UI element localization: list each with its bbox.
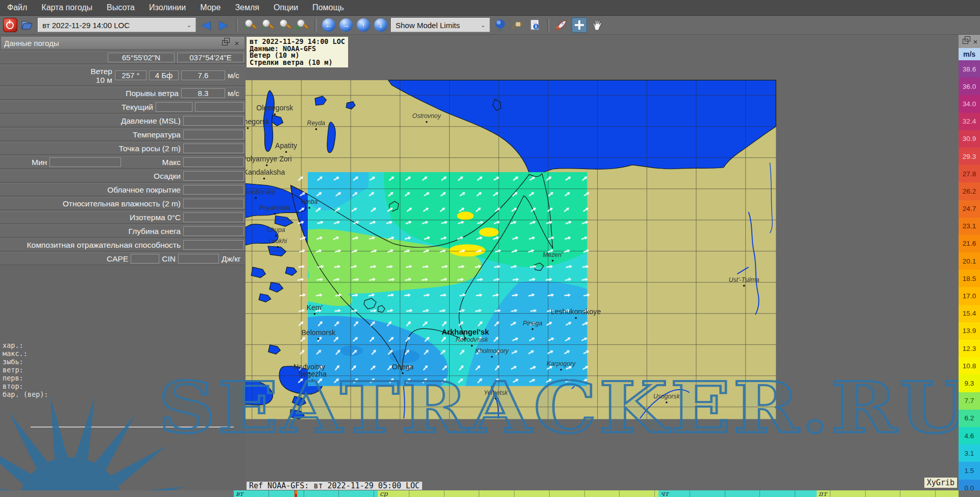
menu-item-изолинии[interactable]: Изолинии [142, 0, 193, 15]
scale-cell: 17.0 [959, 287, 980, 304]
grib-info-button[interactable]: i [528, 18, 542, 32]
timeline-tick [233, 490, 234, 497]
pan-right-button[interactable]: → [339, 18, 353, 32]
panel-titlebar[interactable]: Данные погоды × [1, 37, 244, 49]
menu-item-помощь[interactable]: Помощь [305, 0, 351, 15]
scale-cell: 34.0 [959, 95, 980, 112]
skewt-button[interactable] [554, 18, 569, 32]
scale-float-button[interactable] [962, 37, 969, 46]
value-box [183, 226, 244, 236]
menu-item-карта-погоды[interactable]: Карта погоды [34, 0, 100, 15]
menu-item-файл[interactable]: Файл [0, 0, 34, 15]
pan-left-button[interactable]: ← [322, 18, 336, 32]
arrow-right-icon: → [339, 18, 353, 32]
scale-cell: 13.9 [959, 322, 980, 340]
field-label: Облачное покрытие [107, 185, 181, 194]
city-label: Usogorsk [653, 393, 680, 400]
folder-open-icon [21, 20, 34, 30]
scale-cell: 23.1 [959, 218, 980, 235]
menu-item-высота[interactable]: Высота [100, 0, 142, 15]
arrow-down-icon: ↓ [374, 18, 387, 32]
timeline-day-segment[interactable] [658, 490, 817, 497]
next-time-button[interactable]: ▶ [216, 18, 231, 32]
timeline-day-segment[interactable] [378, 490, 658, 497]
city-dot [426, 121, 428, 123]
field-label: Относительная влажность (2 m) [63, 199, 181, 208]
city-label: Onega [392, 363, 414, 371]
timeline-tick [338, 490, 339, 497]
wind-speed-box: 7.6 [181, 70, 225, 80]
city-dot [560, 369, 562, 371]
menu-item-опции[interactable]: Опции [266, 0, 305, 15]
city-label: Ust'-Tsilma [729, 276, 760, 283]
unit-label: м/с [228, 89, 244, 98]
city-dot [277, 246, 279, 248]
pan-hand-button[interactable] [590, 18, 604, 32]
timeline-tick [549, 490, 550, 497]
wind-direction-box: 257 ° [115, 70, 146, 80]
info-document-icon: i [529, 19, 541, 31]
quit-button[interactable] [3, 18, 17, 32]
time-slider[interactable]: втсрчтпт [0, 490, 980, 497]
model-limits-select[interactable]: Show Model Limits ⌄ [391, 18, 490, 32]
map-svg: OlenegorskMonchegorskReydaOstrovnoyApati… [246, 35, 959, 490]
map-canvas[interactable]: OlenegorskMonchegorskReydaOstrovnoyApati… [246, 35, 959, 490]
panel-row-single: Относительная влажность (2 m) [0, 197, 246, 210]
field-label: CIN [162, 254, 176, 263]
globe-button[interactable] [493, 18, 507, 32]
timeline-tick [619, 490, 620, 497]
city-dot [743, 285, 745, 287]
menu-item-море[interactable]: Море [193, 0, 228, 15]
pan-up-button[interactable]: ↑ [356, 18, 371, 32]
field-label: Глубина снега [129, 227, 181, 235]
timeline-tick [374, 490, 374, 497]
city-label: Umba [301, 198, 318, 205]
panel-float-button[interactable] [220, 38, 229, 48]
value-box [156, 102, 192, 112]
field-label: Изотерма 0°C [130, 213, 181, 222]
datetime-value: вт 2022-11-29 14:00 LOC [42, 21, 130, 30]
wave-info-line: перв: [3, 374, 48, 382]
scale-cell: 24.7 [959, 200, 980, 218]
timeline-tick [654, 490, 655, 497]
longitude-box: 037°54'24"E [177, 53, 244, 62]
zoom-in-button[interactable]: + [243, 18, 257, 32]
scale-cell: 20.1 [959, 252, 980, 270]
datetime-select[interactable]: вт 2022-11-29 14:00 LOC ⌄ [38, 18, 196, 32]
prev-time-button[interactable]: ◀ [199, 18, 213, 32]
pan-down-button[interactable]: ↓ [374, 18, 388, 32]
scale-cell: 12.3 [959, 340, 980, 357]
menu-bar: ФайлКарта погодыВысотаИзолинииМореЗемляО… [0, 0, 980, 16]
timeline-tick [690, 490, 690, 497]
scale-close-button[interactable]: × [972, 37, 979, 46]
city-dot [552, 259, 554, 262]
field-label: Осадки [154, 172, 181, 180]
panel-close-button[interactable]: × [232, 38, 241, 48]
timeline-day-segment[interactable] [817, 490, 959, 497]
zoom-out-icon: − [261, 18, 274, 32]
open-file-button[interactable] [20, 18, 35, 32]
panel-rows: 65°55'02"N037°54'24"EВетер 10 м257 °4 Бф… [0, 51, 246, 266]
city-label: Kholmogory [475, 347, 509, 354]
zoom-region-button[interactable]: ∷ [278, 18, 292, 32]
timeline-tick [725, 490, 725, 497]
menu-item-земля[interactable]: Земля [228, 0, 266, 15]
value-box [183, 212, 244, 222]
panel-row-value-unit: Порывы ветра8.3м/с [0, 87, 246, 100]
panel-row-single: Осадки [0, 170, 246, 182]
grib-download-button[interactable] [510, 18, 525, 32]
field-label: Мин [32, 158, 47, 167]
scale-cell: 10.8 [959, 357, 980, 374]
scale-cell: 6.2 [959, 410, 980, 427]
city-label: Pinega [523, 320, 542, 327]
zoom-out-button[interactable]: − [260, 18, 275, 32]
zoom-fit-button[interactable]: # [295, 18, 309, 32]
city-dot [263, 178, 265, 180]
power-icon [3, 18, 17, 32]
panel-row-wind: Ветер 10 м257 °4 Бф7.6м/с [0, 65, 246, 86]
timeline-current-marker[interactable] [295, 490, 297, 497]
select-point-button[interactable] [572, 17, 587, 33]
zoom-region-icon: ∷ [278, 18, 291, 32]
timeline-day-segment[interactable] [233, 490, 378, 497]
scale-cell: 29.3 [959, 148, 980, 165]
